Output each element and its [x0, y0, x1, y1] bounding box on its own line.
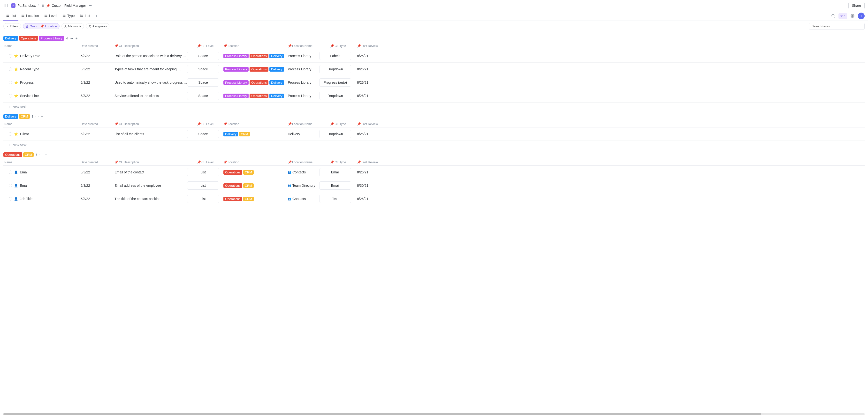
group-add-task-icon[interactable] [44, 153, 48, 156]
location-cell[interactable]: OperationsCRM [223, 170, 288, 175]
group-add-task-icon[interactable] [75, 37, 78, 40]
status-circle[interactable] [9, 184, 12, 187]
tag-crm[interactable]: CRM [19, 114, 30, 119]
tag-delivery[interactable]: Delivery [223, 132, 238, 136]
group-more-icon[interactable]: ⋯ [39, 153, 42, 157]
tab-location[interactable]: Location [19, 11, 41, 21]
cf-level-cell[interactable]: List [187, 181, 223, 189]
location-cell[interactable]: Process LibraryOperationsDelivery [223, 80, 288, 85]
tag-process[interactable]: Process Library [223, 94, 249, 98]
table-row[interactable]: ⭐ Record Type 5/3/22 Types of tasks that… [3, 63, 865, 76]
cf-level-cell[interactable]: Space [187, 92, 223, 100]
tab-type[interactable]: Type [60, 11, 77, 21]
task-name[interactable]: Email [20, 170, 28, 174]
tag-operations[interactable]: Operations [223, 197, 242, 201]
cf-level-cell[interactable]: Space [187, 130, 223, 138]
location-cell[interactable]: OperationsCRM [223, 183, 288, 188]
group-add-task-icon[interactable] [41, 115, 43, 118]
cf-type-cell[interactable]: Labels [319, 52, 357, 60]
filters-chip[interactable]: Filters [3, 23, 21, 29]
search-icon[interactable] [830, 12, 837, 19]
column-date-created[interactable]: Date created [81, 161, 115, 164]
cf-level-cell[interactable]: List [187, 195, 223, 203]
tag-crm[interactable]: CRM [243, 183, 254, 188]
column-cf-level[interactable]: 📌CF Level [187, 160, 223, 164]
column-date-created[interactable]: Date created [81, 44, 115, 48]
table-row[interactable]: ⭐ Service Line 5/3/22 Services offered t… [3, 89, 865, 103]
column-location-name[interactable]: 📌Location Name [288, 122, 319, 126]
status-circle[interactable] [9, 171, 12, 174]
add-task-fab[interactable] [858, 12, 865, 19]
column-last-review[interactable]: 📌Last Review [357, 44, 379, 48]
tab-level[interactable]: Level [42, 11, 60, 21]
share-button[interactable]: Share [848, 2, 865, 9]
cf-type-cell[interactable]: Dropdown [319, 65, 357, 73]
tag-delivery[interactable]: Delivery [3, 114, 18, 119]
tag-delivery[interactable]: Delivery [270, 54, 284, 58]
task-name[interactable]: Delivery Role [20, 54, 40, 58]
cf-type-cell[interactable]: Dropdown [319, 130, 357, 138]
column-name[interactable]: Name ↑ [4, 123, 81, 126]
tag-process[interactable]: Process Library [223, 54, 249, 58]
tag-operations[interactable]: Operations [19, 36, 38, 41]
column-cf-description[interactable]: 📌CF Description [115, 44, 187, 48]
table-row[interactable]: 👤 Email 5/3/22 Email of the contact List… [3, 166, 865, 179]
table-row[interactable]: ⭐ Delivery Role 5/3/22 Role of the perso… [3, 49, 865, 63]
status-circle[interactable] [9, 94, 12, 98]
location-cell[interactable]: OperationsCRM [223, 197, 288, 201]
table-row[interactable]: 👤 Email 5/3/22 Email address of the empl… [3, 179, 865, 192]
status-circle[interactable] [9, 197, 12, 201]
tag-crm[interactable]: CRM [23, 152, 34, 157]
tag-process[interactable]: Process Library [223, 67, 249, 72]
workspace-name[interactable]: PL Sandbox [18, 4, 36, 7]
tag-delivery[interactable]: Delivery [270, 80, 284, 85]
cf-level-cell[interactable]: Space [187, 65, 223, 73]
task-name[interactable]: Service Line [20, 94, 39, 98]
status-circle[interactable] [9, 67, 12, 71]
new-task-button[interactable]: New task [3, 103, 865, 110]
cf-type-cell[interactable]: Progress (auto) [319, 78, 357, 86]
cf-level-cell[interactable]: Space [187, 52, 223, 60]
cf-type-cell[interactable]: Email [319, 168, 357, 176]
cf-type-cell[interactable]: Email [319, 181, 357, 189]
column-name[interactable]: Name ↑ [4, 161, 81, 164]
column-cf-type[interactable]: 📌CF Type [319, 44, 357, 48]
column-location[interactable]: 📌Location [223, 160, 288, 164]
cf-level-cell[interactable]: Space [187, 78, 223, 86]
search-tasks-input[interactable] [809, 23, 865, 30]
tag-operations[interactable]: Operations [250, 67, 269, 72]
location-cell[interactable]: Process LibraryOperationsDelivery [223, 94, 288, 98]
tag-delivery[interactable]: Delivery [270, 67, 284, 72]
column-last-review[interactable]: 📌Last Review [357, 160, 379, 164]
tag-operations[interactable]: Operations [3, 152, 22, 157]
me-mode-chip[interactable]: Me mode [61, 23, 84, 29]
column-cf-type[interactable]: 📌CF Type [319, 160, 357, 164]
tag-crm[interactable]: CRM [239, 132, 250, 136]
column-name[interactable]: Name ↑ [4, 44, 81, 48]
tag-process[interactable]: Process Library [39, 36, 64, 41]
column-cf-level[interactable]: 📌CF Level [187, 122, 223, 126]
tab-list[interactable]: List [3, 11, 19, 21]
filter-indicator-button[interactable]: 1 [838, 13, 847, 19]
settings-icon[interactable] [849, 12, 856, 19]
assignees-chip[interactable]: Assignees [86, 23, 110, 29]
add-view-button[interactable] [93, 13, 100, 19]
column-location-name[interactable]: 📌Location Name [288, 44, 319, 48]
tag-delivery[interactable]: Delivery [3, 36, 18, 41]
list-title[interactable]: Custom Field Manager [52, 4, 86, 7]
location-cell[interactable]: Process LibraryOperationsDelivery [223, 67, 288, 72]
column-location-name[interactable]: 📌Location Name [288, 160, 319, 164]
tab-list2[interactable]: List [78, 11, 93, 21]
task-name[interactable]: Job Title [20, 197, 32, 201]
task-name[interactable]: Email [20, 183, 28, 187]
table-row[interactable]: ⭐ Client 5/3/22 List of all the clients.… [3, 128, 865, 141]
tag-operations[interactable]: Operations [223, 183, 242, 188]
location-cell[interactable]: Process LibraryOperationsDelivery [223, 54, 288, 58]
group-more-icon[interactable]: ⋯ [35, 115, 39, 118]
group-chip[interactable]: Group: 📌 Location [23, 23, 60, 29]
column-cf-level[interactable]: 📌CF Level [187, 44, 223, 48]
tag-operations[interactable]: Operations [250, 54, 269, 58]
group-more-icon[interactable]: ⋯ [70, 37, 73, 40]
task-name[interactable]: Client [20, 132, 29, 136]
tag-delivery[interactable]: Delivery [270, 94, 284, 98]
